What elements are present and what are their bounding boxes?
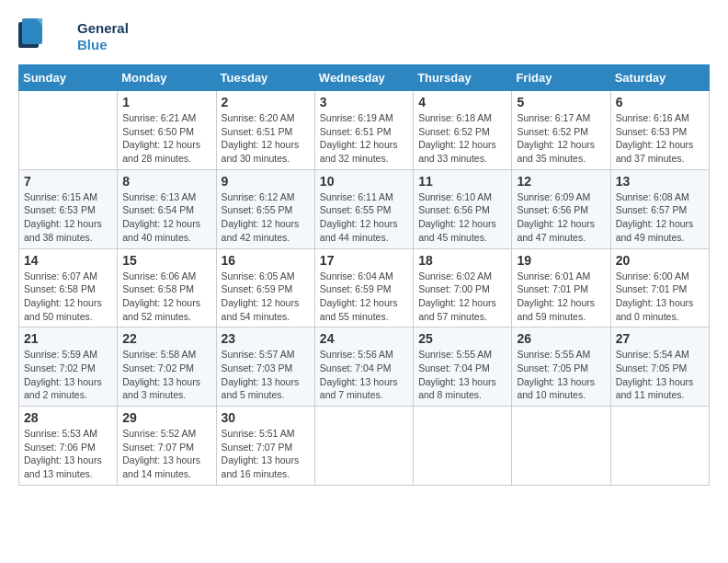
calendar-cell: 3Sunrise: 6:19 AMSunset: 6:51 PMDaylight… bbox=[314, 91, 413, 170]
week-row-3: 14Sunrise: 6:07 AMSunset: 6:58 PMDayligh… bbox=[19, 248, 710, 327]
calendar-cell: 25Sunrise: 5:55 AMSunset: 7:04 PMDayligh… bbox=[414, 327, 512, 407]
weekday-header-row: SundayMondayTuesdayWednesdayThursdayFrid… bbox=[19, 65, 710, 91]
cell-info: Sunrise: 6:00 AMSunset: 7:01 PMDaylight:… bbox=[616, 270, 704, 324]
cell-info: Sunrise: 6:12 AMSunset: 6:55 PMDaylight:… bbox=[222, 190, 310, 245]
cell-info: Sunrise: 6:11 AMSunset: 6:55 PMDaylight:… bbox=[320, 190, 408, 245]
cell-info: Sunrise: 6:05 AMSunset: 6:59 PMDaylight:… bbox=[222, 270, 310, 324]
calendar-cell: 24Sunrise: 5:56 AMSunset: 7:04 PMDayligh… bbox=[314, 327, 413, 407]
calendar-cell: 20Sunrise: 6:00 AMSunset: 7:01 PMDayligh… bbox=[610, 248, 709, 327]
calendar-cell bbox=[512, 407, 610, 486]
cell-info: Sunrise: 6:02 AMSunset: 7:00 PMDaylight:… bbox=[418, 270, 506, 324]
day-number: 13 bbox=[616, 174, 704, 189]
calendar-cell: 18Sunrise: 6:02 AMSunset: 7:00 PMDayligh… bbox=[414, 248, 512, 327]
cell-info: Sunrise: 6:20 AMSunset: 6:51 PMDaylight:… bbox=[222, 111, 310, 166]
logo-text: GeneralBlue bbox=[77, 20, 129, 53]
calendar-cell: 29Sunrise: 5:52 AMSunset: 7:07 PMDayligh… bbox=[118, 407, 216, 486]
day-number: 21 bbox=[24, 331, 112, 346]
cell-info: Sunrise: 6:04 AMSunset: 6:59 PMDaylight:… bbox=[320, 270, 408, 324]
cell-info: Sunrise: 6:13 AMSunset: 6:54 PMDaylight:… bbox=[122, 190, 210, 245]
cell-info: Sunrise: 5:59 AMSunset: 7:02 PMDaylight:… bbox=[24, 348, 112, 402]
day-number: 25 bbox=[418, 331, 506, 346]
cell-info: Sunrise: 5:56 AMSunset: 7:04 PMDaylight:… bbox=[320, 348, 408, 402]
calendar-cell: 23Sunrise: 5:57 AMSunset: 7:03 PMDayligh… bbox=[216, 327, 314, 407]
cell-info: Sunrise: 6:21 AMSunset: 6:50 PMDaylight:… bbox=[122, 111, 210, 166]
week-row-2: 7Sunrise: 6:15 AMSunset: 6:53 PMDaylight… bbox=[19, 169, 710, 248]
day-number: 14 bbox=[24, 253, 112, 268]
calendar-cell: 5Sunrise: 6:17 AMSunset: 6:52 PMDaylight… bbox=[512, 91, 610, 170]
day-number: 9 bbox=[222, 174, 310, 189]
cell-info: Sunrise: 6:10 AMSunset: 6:56 PMDaylight:… bbox=[418, 190, 506, 245]
weekday-header-wednesday: Wednesday bbox=[314, 65, 413, 91]
day-number: 6 bbox=[616, 95, 704, 109]
day-number: 10 bbox=[320, 174, 408, 189]
day-number: 5 bbox=[517, 95, 605, 109]
cell-info: Sunrise: 5:55 AMSunset: 7:04 PMDaylight:… bbox=[418, 348, 506, 402]
calendar-cell bbox=[314, 407, 413, 486]
calendar-cell: 2Sunrise: 6:20 AMSunset: 6:51 PMDaylight… bbox=[216, 91, 314, 170]
calendar-cell: 30Sunrise: 5:51 AMSunset: 7:07 PMDayligh… bbox=[216, 407, 314, 486]
calendar-cell: 21Sunrise: 5:59 AMSunset: 7:02 PMDayligh… bbox=[19, 327, 118, 407]
calendar-cell: 22Sunrise: 5:58 AMSunset: 7:02 PMDayligh… bbox=[118, 327, 216, 407]
day-number: 17 bbox=[320, 253, 408, 268]
cell-info: Sunrise: 6:01 AMSunset: 7:01 PMDaylight:… bbox=[517, 270, 605, 324]
calendar-cell: 17Sunrise: 6:04 AMSunset: 6:59 PMDayligh… bbox=[314, 248, 413, 327]
header: GeneralBlue bbox=[18, 18, 710, 55]
day-number: 15 bbox=[122, 253, 210, 268]
day-number: 20 bbox=[616, 253, 704, 268]
day-number: 2 bbox=[222, 95, 310, 109]
cell-info: Sunrise: 6:07 AMSunset: 6:58 PMDaylight:… bbox=[24, 270, 112, 324]
day-number: 18 bbox=[418, 253, 506, 268]
day-number: 7 bbox=[24, 174, 112, 189]
day-number: 29 bbox=[122, 410, 210, 425]
calendar-cell: 12Sunrise: 6:09 AMSunset: 6:56 PMDayligh… bbox=[512, 169, 610, 248]
calendar-cell: 6Sunrise: 6:16 AMSunset: 6:53 PMDaylight… bbox=[610, 91, 709, 170]
calendar-cell: 13Sunrise: 6:08 AMSunset: 6:57 PMDayligh… bbox=[610, 169, 709, 248]
calendar-cell: 11Sunrise: 6:10 AMSunset: 6:56 PMDayligh… bbox=[414, 169, 512, 248]
cell-info: Sunrise: 6:15 AMSunset: 6:53 PMDaylight:… bbox=[24, 190, 112, 245]
cell-info: Sunrise: 5:58 AMSunset: 7:02 PMDaylight:… bbox=[122, 348, 210, 402]
day-number: 4 bbox=[418, 95, 506, 109]
calendar-table: SundayMondayTuesdayWednesdayThursdayFrid… bbox=[18, 64, 710, 486]
day-number: 22 bbox=[122, 331, 210, 346]
calendar-cell: 27Sunrise: 5:54 AMSunset: 7:05 PMDayligh… bbox=[610, 327, 709, 407]
calendar-cell bbox=[610, 407, 709, 486]
week-row-5: 28Sunrise: 5:53 AMSunset: 7:06 PMDayligh… bbox=[19, 407, 710, 486]
day-number: 3 bbox=[320, 95, 408, 109]
logo: GeneralBlue bbox=[18, 18, 129, 55]
weekday-header-monday: Monday bbox=[118, 65, 216, 91]
cell-info: Sunrise: 5:54 AMSunset: 7:05 PMDaylight:… bbox=[616, 348, 704, 402]
weekday-header-sunday: Sunday bbox=[19, 65, 118, 91]
day-number: 26 bbox=[517, 331, 605, 346]
calendar-cell: 4Sunrise: 6:18 AMSunset: 6:52 PMDaylight… bbox=[414, 91, 512, 170]
calendar-cell: 9Sunrise: 6:12 AMSunset: 6:55 PMDaylight… bbox=[216, 169, 314, 248]
calendar-cell: 8Sunrise: 6:13 AMSunset: 6:54 PMDaylight… bbox=[118, 169, 216, 248]
cell-info: Sunrise: 5:57 AMSunset: 7:03 PMDaylight:… bbox=[222, 348, 310, 402]
weekday-header-tuesday: Tuesday bbox=[216, 65, 314, 91]
cell-info: Sunrise: 5:53 AMSunset: 7:06 PMDaylight:… bbox=[24, 427, 112, 481]
cell-info: Sunrise: 6:09 AMSunset: 6:56 PMDaylight:… bbox=[517, 190, 605, 245]
calendar-cell: 10Sunrise: 6:11 AMSunset: 6:55 PMDayligh… bbox=[314, 169, 413, 248]
svg-rect-1 bbox=[22, 18, 42, 44]
cell-info: Sunrise: 5:55 AMSunset: 7:05 PMDaylight:… bbox=[517, 348, 605, 402]
cell-info: Sunrise: 6:18 AMSunset: 6:52 PMDaylight:… bbox=[418, 111, 506, 166]
calendar-cell bbox=[414, 407, 512, 486]
calendar-cell: 19Sunrise: 6:01 AMSunset: 7:01 PMDayligh… bbox=[512, 248, 610, 327]
day-number: 11 bbox=[418, 174, 506, 189]
calendar-cell: 15Sunrise: 6:06 AMSunset: 6:58 PMDayligh… bbox=[118, 248, 216, 327]
cell-info: Sunrise: 6:08 AMSunset: 6:57 PMDaylight:… bbox=[616, 190, 704, 245]
cell-info: Sunrise: 6:16 AMSunset: 6:53 PMDaylight:… bbox=[616, 111, 704, 166]
week-row-4: 21Sunrise: 5:59 AMSunset: 7:02 PMDayligh… bbox=[19, 327, 710, 407]
weekday-header-saturday: Saturday bbox=[610, 65, 709, 91]
calendar-cell: 14Sunrise: 6:07 AMSunset: 6:58 PMDayligh… bbox=[19, 248, 118, 327]
day-number: 23 bbox=[222, 331, 310, 346]
weekday-header-friday: Friday bbox=[512, 65, 610, 91]
cell-info: Sunrise: 6:19 AMSunset: 6:51 PMDaylight:… bbox=[320, 111, 408, 166]
day-number: 24 bbox=[320, 331, 408, 346]
calendar-cell bbox=[19, 91, 118, 170]
cell-info: Sunrise: 5:52 AMSunset: 7:07 PMDaylight:… bbox=[122, 427, 210, 481]
calendar-cell: 28Sunrise: 5:53 AMSunset: 7:06 PMDayligh… bbox=[19, 407, 118, 486]
calendar-cell: 1Sunrise: 6:21 AMSunset: 6:50 PMDaylight… bbox=[118, 91, 216, 170]
day-number: 8 bbox=[122, 174, 210, 189]
weekday-header-thursday: Thursday bbox=[414, 65, 512, 91]
calendar-cell: 26Sunrise: 5:55 AMSunset: 7:05 PMDayligh… bbox=[512, 327, 610, 407]
